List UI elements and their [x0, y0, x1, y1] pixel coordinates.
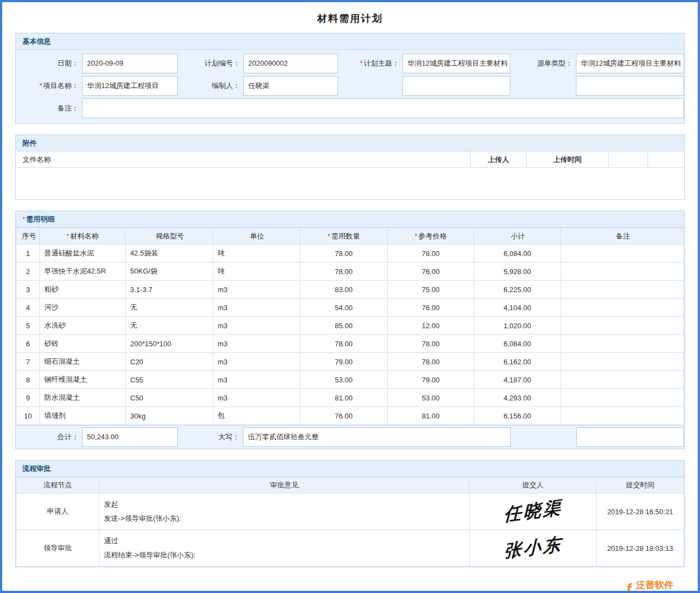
cell-qty[interactable]: 78.00	[300, 263, 388, 281]
cell-price[interactable]: 81.00	[388, 407, 474, 425]
cell-material[interactable]: 普通硅酸盐水泥	[40, 245, 126, 263]
cell-price[interactable]: 78.00	[388, 245, 474, 263]
cell-unit[interactable]: 吨	[213, 245, 300, 263]
detail-section-title: 需用明细	[26, 215, 55, 223]
cell-unit[interactable]: 吨	[213, 263, 300, 281]
detail-row: 8 钢纤维混凝土 C55 m3 53.00 79.00 4,187.00	[16, 371, 684, 389]
cell-remark[interactable]	[561, 389, 684, 407]
cell-material[interactable]: 粗砂	[40, 281, 126, 299]
remark-field[interactable]	[82, 98, 684, 118]
cell-remark[interactable]	[561, 371, 684, 389]
cell-spec[interactable]: 200*150*100	[126, 335, 213, 353]
cell-remark[interactable]	[561, 281, 684, 299]
cell-qty[interactable]: 53.00	[300, 371, 388, 389]
date-field[interactable]: 2020-09-09	[82, 54, 178, 73]
cell-price[interactable]: 53.00	[388, 389, 474, 407]
detail-row: 9 防水混凝土 C50 m3 81.00 53.00 4,293.00	[16, 389, 684, 407]
total-field: 50,243.00	[82, 427, 178, 447]
preparer-field[interactable]: 任晓渠	[243, 76, 338, 96]
cell-spec[interactable]: C50	[126, 389, 213, 407]
cell-unit[interactable]: m3	[213, 299, 300, 317]
project-name-field[interactable]: 华润12城房建工程项目	[82, 76, 178, 96]
cell-spec[interactable]: 42.5袋装	[126, 245, 213, 263]
plan-no-field[interactable]: 2020090002	[243, 54, 338, 73]
cell-price[interactable]: 76.00	[388, 263, 474, 281]
cell-remark[interactable]	[561, 299, 684, 317]
cell-material[interactable]: 填缝剂	[40, 407, 126, 425]
approval-row: 领导审批 通过 流程结束->领导审批(张小东): 张小东 2019-12-28 …	[16, 530, 684, 567]
cell-material[interactable]: 细石混凝土	[40, 353, 126, 371]
detail-row: 6 砂砖 200*150*100 m3 78.00 78.00 6,084.00	[16, 335, 684, 353]
cell-qty[interactable]: 85.00	[300, 317, 388, 335]
cell-unit[interactable]: m3	[213, 353, 300, 371]
cell-subtotal: 6,084.00	[474, 335, 561, 353]
cell-material[interactable]: 钢纤维混凝土	[40, 371, 126, 389]
cell-submit-time: 2019-12-28 18:03:13	[597, 530, 684, 567]
cell-material[interactable]: 早强快干水泥42.5R	[40, 263, 126, 281]
cell-remark[interactable]	[561, 263, 684, 281]
cell-price[interactable]: 79.00	[388, 371, 474, 389]
cell-unit[interactable]: m3	[213, 389, 300, 407]
cell-spec[interactable]: 无	[126, 317, 213, 335]
cell-qty[interactable]: 76.00	[300, 407, 388, 425]
cell-remark[interactable]	[561, 407, 684, 425]
cell-subtotal: 6,156.00	[474, 407, 561, 425]
empty-field-1[interactable]	[402, 76, 510, 96]
cell-spec[interactable]: C55	[126, 371, 213, 389]
cell-material[interactable]: 河沙	[40, 299, 126, 317]
col-header-submit-time: 提交时间	[597, 478, 684, 493]
col-header-material: *材料名称	[40, 228, 126, 245]
cell-price[interactable]: 12.00	[388, 317, 474, 335]
cell-no: 1	[16, 245, 40, 263]
cell-price[interactable]: 78.00	[388, 353, 474, 371]
basic-info-section-title: 基本信息	[22, 37, 51, 45]
cell-unit[interactable]: m3	[213, 335, 300, 353]
cell-subtotal: 6,225.00	[474, 281, 561, 299]
col-header-opinion: 审批意见	[100, 478, 470, 493]
cell-unit[interactable]: 包	[213, 407, 300, 425]
cell-price[interactable]: 76.00	[388, 299, 474, 317]
col-header-subtotal: 小计	[474, 228, 561, 245]
cell-unit[interactable]: m3	[213, 317, 300, 335]
cell-spec[interactable]: 50KG/袋	[126, 263, 213, 281]
cell-price[interactable]: 78.00	[388, 335, 474, 353]
source-type-label: 源单类型：	[510, 54, 576, 73]
detail-row: 10 填缝剂 30kg 包 76.00 81.00 6,156.00	[16, 407, 684, 425]
cell-spec[interactable]: 3.1-3.7	[126, 281, 213, 299]
cell-price[interactable]: 75.00	[388, 281, 474, 299]
date-label: 日期：	[16, 54, 82, 73]
opinion-line-2: 发送->领导审批(张小东):	[104, 511, 465, 526]
cell-qty[interactable]: 81.00	[300, 389, 388, 407]
col-header-remark: 备注	[561, 228, 684, 245]
source-type-field[interactable]: 华润12城房建工程项目主要材料	[576, 54, 684, 73]
cell-qty[interactable]: 78.00	[300, 335, 388, 353]
cell-qty[interactable]: 83.00	[300, 281, 388, 299]
cell-remark[interactable]	[561, 245, 684, 263]
opinion-line-1: 通过	[104, 534, 465, 548]
cell-qty[interactable]: 79.00	[300, 353, 388, 371]
cell-no: 7	[16, 353, 40, 371]
required-mark: *	[22, 215, 25, 223]
brand-url[interactable]: www.fanpusoft.com	[636, 591, 684, 593]
cell-material[interactable]: 砂砖	[40, 335, 126, 353]
cell-qty[interactable]: 54.00	[300, 299, 388, 317]
col-header-price: *参考价格	[388, 228, 474, 245]
cell-spec[interactable]: 无	[126, 299, 213, 317]
cell-unit[interactable]: m3	[213, 281, 300, 299]
cell-remark[interactable]	[561, 317, 684, 335]
empty-label	[338, 77, 402, 95]
cell-material[interactable]: 水洗砂	[40, 317, 126, 335]
empty-field-2[interactable]	[576, 76, 684, 96]
cell-unit[interactable]: m3	[213, 371, 300, 389]
cell-spec[interactable]: C20	[126, 353, 213, 371]
cell-remark[interactable]	[561, 353, 684, 371]
cell-remark[interactable]	[561, 335, 684, 353]
cell-material[interactable]: 防水混凝土	[40, 389, 126, 407]
cell-spec[interactable]: 30kg	[126, 407, 213, 425]
cell-qty[interactable]: 78.00	[300, 245, 388, 263]
attachments-empty-area	[16, 168, 684, 199]
cell-signature: 张小东	[470, 530, 597, 567]
total-label: 合计：	[16, 428, 82, 446]
detail-section-header: *需用明细	[16, 211, 684, 228]
plan-subject-field[interactable]: 华润12城房建工程项目主要材料	[402, 54, 510, 73]
